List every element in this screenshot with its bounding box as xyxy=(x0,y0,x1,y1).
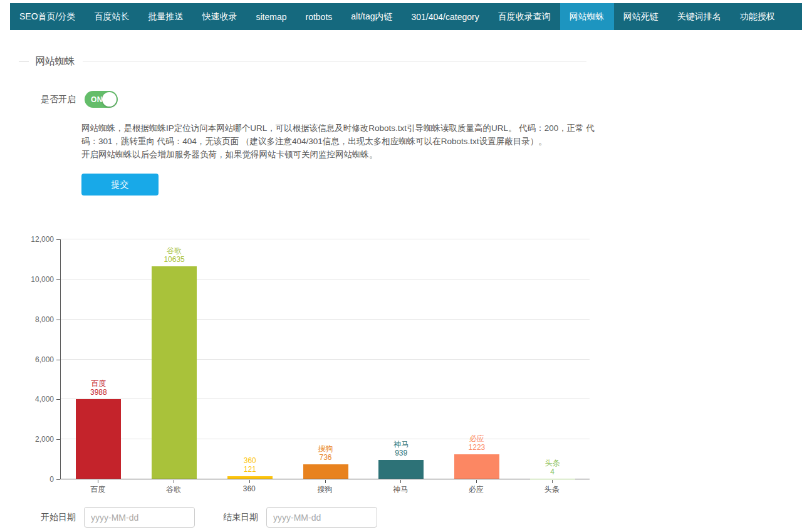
gridline xyxy=(61,279,590,279)
y-axis-tick xyxy=(56,479,60,480)
page-title: 网站蜘蛛 xyxy=(35,55,75,68)
bar-搜狗[interactable] xyxy=(303,464,348,479)
bar-value-label-必应: 必应 1223 xyxy=(439,434,514,452)
enable-toggle-row: 是否开启 ON xyxy=(41,91,802,108)
bar-value-label-谷歌: 谷歌 10635 xyxy=(137,246,212,264)
x-axis-tick xyxy=(249,480,250,483)
nav-item-site-spider[interactable]: 网站蜘蛛 xyxy=(560,3,614,30)
top-navbar: SEO首页/分类 百度站长 批量推送 快速收录 sitemap rotbots … xyxy=(10,3,802,30)
nav-item-dead-links[interactable]: 网站死链 xyxy=(614,3,668,30)
chart-plot-area: 百度 3988谷歌 10635360 121搜狗 736神马 939必应 122… xyxy=(60,239,590,479)
date-filter-row: 开始日期 结束日期 xyxy=(41,507,802,528)
y-axis-label: 12,000 xyxy=(16,235,54,244)
nav-item-robots[interactable]: rotbots xyxy=(296,3,342,30)
x-axis-label-谷歌: 谷歌 xyxy=(136,484,211,495)
x-axis-tick xyxy=(325,480,326,483)
x-axis-tick xyxy=(476,480,477,483)
enable-toggle-label: 是否开启 xyxy=(41,94,76,105)
gridline xyxy=(61,239,590,239)
y-axis-tick xyxy=(56,439,60,440)
nav-item-alt-tag-links[interactable]: alt/tag内链 xyxy=(341,3,402,30)
description-line-1: 网站蜘蛛，是根据蜘蛛IP定位访问本网站哪个URL，可以根据该信息及时修改Robo… xyxy=(81,122,596,148)
header-dash xyxy=(19,61,29,62)
description-line-2: 开启网站蜘蛛以后会增加服务器负荷，如果觉得网站卡顿可关闭监控网站蜘蛛。 xyxy=(81,148,596,161)
nav-item-baidu-index-query[interactable]: 百度收录查询 xyxy=(489,3,560,30)
bar-value-label-神马: 神马 939 xyxy=(363,440,439,457)
gridline xyxy=(61,319,590,320)
x-axis-tick xyxy=(174,480,174,483)
y-axis-label: 4,000 xyxy=(16,395,54,404)
nav-item-baidu-webmaster[interactable]: 百度站长 xyxy=(85,3,138,30)
bar-必应[interactable] xyxy=(454,454,499,479)
end-date-input[interactable] xyxy=(266,507,377,528)
y-axis-tick xyxy=(56,279,60,280)
switch-knob[interactable] xyxy=(102,92,117,107)
spider-description: 网站蜘蛛，是根据蜘蛛IP定位访问本网站哪个URL，可以根据该信息及时修改Robo… xyxy=(81,122,596,161)
x-axis-tick xyxy=(400,480,401,483)
section-header: 网站蜘蛛 xyxy=(19,55,586,68)
bar-神马[interactable] xyxy=(378,460,424,479)
start-date-label: 开始日期 xyxy=(41,512,76,523)
y-axis-label: 0 xyxy=(16,475,54,484)
nav-item-keyword-rank[interactable]: 关键词排名 xyxy=(668,3,731,30)
nav-item-feature-auth[interactable]: 功能授权 xyxy=(731,3,784,30)
y-axis-tick xyxy=(56,399,60,400)
nav-item-seo-home[interactable]: SEO首页/分类 xyxy=(10,3,85,30)
nav-item-sitemap[interactable]: sitemap xyxy=(246,3,296,30)
gridline xyxy=(61,399,590,399)
bar-360[interactable] xyxy=(227,476,273,479)
nav-item-fast-include[interactable]: 快速收录 xyxy=(192,3,246,30)
y-axis-tick xyxy=(56,360,60,360)
spider-bar-chart: 百度 3988谷歌 10635360 121搜狗 736神马 939必应 122… xyxy=(0,226,602,486)
x-axis-label-360: 360 xyxy=(212,484,287,493)
y-axis-tick xyxy=(56,239,60,240)
x-axis-label-神马: 神马 xyxy=(363,484,438,495)
bar-value-label-360: 360 121 xyxy=(212,456,288,474)
y-axis-tick xyxy=(56,320,60,320)
x-axis-label-百度: 百度 xyxy=(60,484,135,495)
submit-button[interactable]: 提交 xyxy=(81,174,159,196)
header-divider xyxy=(83,61,586,62)
nav-item-batch-push[interactable]: 批量推送 xyxy=(138,3,192,30)
x-axis-label-搜狗: 搜狗 xyxy=(288,484,363,495)
x-axis-tick xyxy=(98,480,98,483)
bar-value-label-搜狗: 搜狗 736 xyxy=(288,444,363,462)
bar-百度[interactable] xyxy=(76,399,121,479)
end-date-label: 结束日期 xyxy=(223,512,258,523)
bar-谷歌[interactable] xyxy=(152,266,197,479)
spider-enable-switch[interactable]: ON xyxy=(85,91,118,108)
nav-item-301-404-category[interactable]: 301/404/category xyxy=(402,3,488,30)
x-axis-label-头条: 头条 xyxy=(514,484,590,495)
y-axis-label: 10,000 xyxy=(16,275,54,284)
bar-value-label-头条: 头条 4 xyxy=(515,459,590,476)
y-axis-label: 2,000 xyxy=(16,435,54,444)
y-axis-label: 6,000 xyxy=(16,355,54,364)
y-axis-label: 8,000 xyxy=(16,315,54,324)
start-date-input[interactable] xyxy=(84,507,195,528)
switch-on-text: ON xyxy=(91,95,103,104)
bar-value-label-百度: 百度 3988 xyxy=(61,379,136,397)
gridline xyxy=(61,359,590,360)
x-axis-label-必应: 必应 xyxy=(439,484,514,495)
x-axis-tick xyxy=(552,480,553,483)
